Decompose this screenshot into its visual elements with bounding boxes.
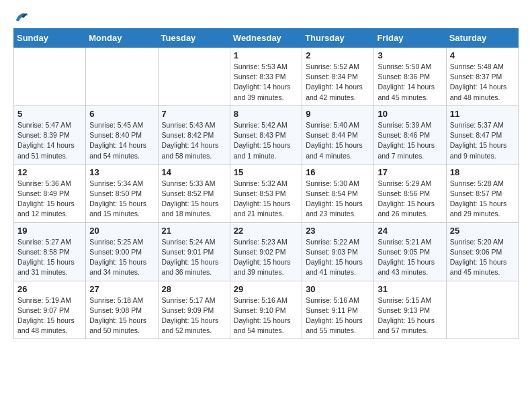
day-number: 12 [17, 167, 82, 177]
day-info: Sunrise: 5:24 AM Sunset: 9:01 PM Dayligh… [162, 237, 226, 278]
calendar-day-cell: 8Sunrise: 5:42 AM Sunset: 8:43 PM Daylig… [230, 105, 302, 164]
weekday-header-wednesday: Wednesday [230, 29, 302, 48]
day-info: Sunrise: 5:53 AM Sunset: 8:33 PM Dayligh… [234, 62, 298, 103]
calendar-day-cell: 5Sunrise: 5:47 AM Sunset: 8:39 PM Daylig… [14, 105, 86, 164]
day-number: 3 [378, 50, 442, 60]
calendar-day-cell: 7Sunrise: 5:43 AM Sunset: 8:42 PM Daylig… [158, 105, 230, 164]
day-number: 22 [234, 226, 298, 236]
day-info: Sunrise: 5:52 AM Sunset: 8:34 PM Dayligh… [306, 62, 370, 103]
day-number: 13 [89, 167, 154, 177]
day-info: Sunrise: 5:27 AM Sunset: 8:58 PM Dayligh… [17, 237, 82, 278]
calendar-day-cell: 6Sunrise: 5:45 AM Sunset: 8:40 PM Daylig… [86, 105, 158, 164]
calendar-day-cell: 23Sunrise: 5:22 AM Sunset: 9:03 PM Dayli… [302, 222, 374, 281]
calendar-empty-cell [158, 48, 230, 106]
day-info: Sunrise: 5:15 AM Sunset: 9:13 PM Dayligh… [378, 295, 442, 336]
day-info: Sunrise: 5:28 AM Sunset: 8:57 PM Dayligh… [450, 179, 515, 220]
day-number: 21 [162, 226, 226, 236]
weekday-header-tuesday: Tuesday [158, 29, 230, 48]
calendar-day-cell: 13Sunrise: 5:34 AM Sunset: 8:50 PM Dayli… [86, 164, 158, 222]
day-number: 19 [17, 226, 82, 236]
day-info: Sunrise: 5:22 AM Sunset: 9:03 PM Dayligh… [306, 237, 370, 278]
day-number: 15 [234, 167, 298, 177]
day-number: 6 [89, 109, 154, 119]
day-number: 16 [306, 167, 370, 177]
day-info: Sunrise: 5:29 AM Sunset: 8:56 PM Dayligh… [378, 179, 442, 220]
weekday-header-sunday: Sunday [14, 29, 86, 48]
calendar-empty-cell [14, 48, 86, 106]
calendar-day-cell: 25Sunrise: 5:20 AM Sunset: 9:06 PM Dayli… [446, 222, 518, 281]
day-number: 4 [450, 50, 515, 60]
calendar-day-cell: 28Sunrise: 5:17 AM Sunset: 9:09 PM Dayli… [158, 281, 230, 339]
calendar-empty-cell [446, 281, 518, 339]
calendar-day-cell: 24Sunrise: 5:21 AM Sunset: 9:05 PM Dayli… [374, 222, 446, 281]
day-info: Sunrise: 5:43 AM Sunset: 8:42 PM Dayligh… [162, 120, 226, 161]
day-info: Sunrise: 5:39 AM Sunset: 8:46 PM Dayligh… [378, 120, 442, 161]
day-number: 20 [89, 226, 154, 236]
day-number: 7 [162, 109, 226, 119]
calendar-day-cell: 4Sunrise: 5:48 AM Sunset: 8:37 PM Daylig… [446, 48, 518, 106]
day-info: Sunrise: 5:47 AM Sunset: 8:39 PM Dayligh… [17, 120, 82, 161]
calendar-week-row: 5Sunrise: 5:47 AM Sunset: 8:39 PM Daylig… [14, 105, 519, 164]
day-info: Sunrise: 5:30 AM Sunset: 8:54 PM Dayligh… [306, 179, 370, 220]
day-number: 2 [306, 50, 370, 60]
day-info: Sunrise: 5:21 AM Sunset: 9:05 PM Dayligh… [378, 237, 442, 278]
day-number: 5 [17, 109, 82, 119]
calendar-week-row: 12Sunrise: 5:36 AM Sunset: 8:49 PM Dayli… [14, 164, 519, 222]
weekday-header-monday: Monday [86, 29, 158, 48]
calendar-day-cell: 31Sunrise: 5:15 AM Sunset: 9:13 PM Dayli… [374, 281, 446, 339]
logo-bird-icon [15, 11, 30, 23]
calendar-day-cell: 2Sunrise: 5:52 AM Sunset: 8:34 PM Daylig… [302, 48, 374, 106]
day-number: 14 [162, 167, 226, 177]
calendar-day-cell: 15Sunrise: 5:32 AM Sunset: 8:53 PM Dayli… [230, 164, 302, 222]
calendar-day-cell: 3Sunrise: 5:50 AM Sunset: 8:36 PM Daylig… [374, 48, 446, 106]
calendar-week-row: 19Sunrise: 5:27 AM Sunset: 8:58 PM Dayli… [14, 222, 519, 281]
calendar-day-cell: 27Sunrise: 5:18 AM Sunset: 9:08 PM Dayli… [86, 281, 158, 339]
day-info: Sunrise: 5:25 AM Sunset: 9:00 PM Dayligh… [89, 237, 154, 278]
day-number: 23 [306, 226, 370, 236]
day-number: 9 [306, 109, 370, 119]
day-number: 17 [378, 167, 442, 177]
calendar-day-cell: 17Sunrise: 5:29 AM Sunset: 8:56 PM Dayli… [374, 164, 446, 222]
day-number: 18 [450, 167, 515, 177]
day-info: Sunrise: 5:34 AM Sunset: 8:50 PM Dayligh… [89, 179, 154, 220]
day-info: Sunrise: 5:45 AM Sunset: 8:40 PM Dayligh… [89, 120, 154, 161]
calendar-day-cell: 12Sunrise: 5:36 AM Sunset: 8:49 PM Dayli… [14, 164, 86, 222]
calendar-week-row: 26Sunrise: 5:19 AM Sunset: 9:07 PM Dayli… [14, 281, 519, 339]
calendar-day-cell: 10Sunrise: 5:39 AM Sunset: 8:46 PM Dayli… [374, 105, 446, 164]
day-info: Sunrise: 5:37 AM Sunset: 8:47 PM Dayligh… [450, 120, 515, 161]
calendar-day-cell: 19Sunrise: 5:27 AM Sunset: 8:58 PM Dayli… [14, 222, 86, 281]
calendar-day-cell: 1Sunrise: 5:53 AM Sunset: 8:33 PM Daylig… [230, 48, 302, 106]
calendar-day-cell: 14Sunrise: 5:33 AM Sunset: 8:52 PM Dayli… [158, 164, 230, 222]
day-info: Sunrise: 5:48 AM Sunset: 8:37 PM Dayligh… [450, 62, 515, 103]
calendar-day-cell: 26Sunrise: 5:19 AM Sunset: 9:07 PM Dayli… [14, 281, 86, 339]
day-number: 28 [162, 284, 226, 294]
day-number: 24 [378, 226, 442, 236]
logo [13, 11, 31, 23]
day-number: 31 [378, 284, 442, 294]
calendar-table: SundayMondayTuesdayWednesdayThursdayFrid… [13, 28, 519, 339]
weekday-header-friday: Friday [374, 29, 446, 48]
day-info: Sunrise: 5:16 AM Sunset: 9:11 PM Dayligh… [306, 295, 370, 336]
day-info: Sunrise: 5:19 AM Sunset: 9:07 PM Dayligh… [17, 295, 82, 336]
day-info: Sunrise: 5:17 AM Sunset: 9:09 PM Dayligh… [162, 295, 226, 336]
day-info: Sunrise: 5:23 AM Sunset: 9:02 PM Dayligh… [234, 237, 298, 278]
weekday-header-row: SundayMondayTuesdayWednesdayThursdayFrid… [14, 29, 519, 48]
calendar-day-cell: 9Sunrise: 5:40 AM Sunset: 8:44 PM Daylig… [302, 105, 374, 164]
day-info: Sunrise: 5:32 AM Sunset: 8:53 PM Dayligh… [234, 179, 298, 220]
day-number: 11 [450, 109, 515, 119]
day-info: Sunrise: 5:36 AM Sunset: 8:49 PM Dayligh… [17, 179, 82, 220]
day-info: Sunrise: 5:50 AM Sunset: 8:36 PM Dayligh… [378, 62, 442, 103]
calendar-day-cell: 29Sunrise: 5:16 AM Sunset: 9:10 PM Dayli… [230, 281, 302, 339]
calendar-day-cell: 16Sunrise: 5:30 AM Sunset: 8:54 PM Dayli… [302, 164, 374, 222]
day-info: Sunrise: 5:20 AM Sunset: 9:06 PM Dayligh… [450, 237, 515, 278]
calendar-day-cell: 11Sunrise: 5:37 AM Sunset: 8:47 PM Dayli… [446, 105, 518, 164]
calendar-day-cell: 30Sunrise: 5:16 AM Sunset: 9:11 PM Dayli… [302, 281, 374, 339]
day-info: Sunrise: 5:40 AM Sunset: 8:44 PM Dayligh… [306, 120, 370, 161]
day-info: Sunrise: 5:18 AM Sunset: 9:08 PM Dayligh… [89, 295, 154, 336]
day-number: 27 [89, 284, 154, 294]
day-number: 29 [234, 284, 298, 294]
header [13, 11, 519, 23]
day-info: Sunrise: 5:16 AM Sunset: 9:10 PM Dayligh… [234, 295, 298, 336]
weekday-header-thursday: Thursday [302, 29, 374, 48]
calendar-day-cell: 18Sunrise: 5:28 AM Sunset: 8:57 PM Dayli… [446, 164, 518, 222]
